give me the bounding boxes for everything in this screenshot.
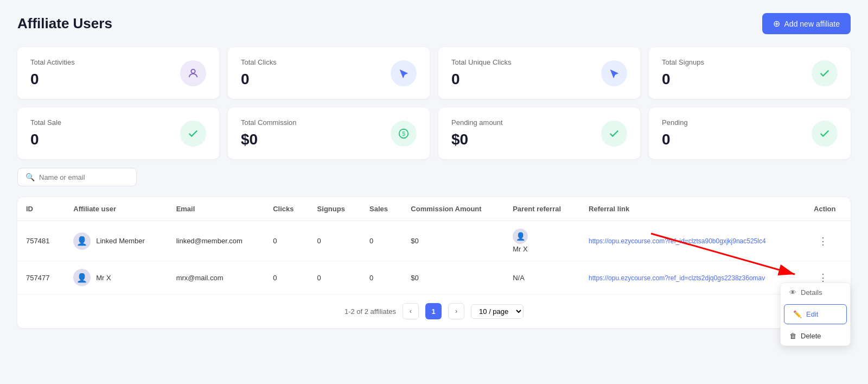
prev-page-button[interactable]: ‹ xyxy=(403,303,419,319)
stat-value: 0 xyxy=(30,71,75,88)
stat-card: Total Unique Clicks 0 xyxy=(438,47,640,99)
pagination-row: 1-2 of 2 affiliates ‹ 1 › 10 / page 25 /… xyxy=(17,294,851,328)
table-header-cell: Signups xyxy=(309,197,361,221)
referral-link-text: https://opu.ezycourse.com?ref_id=clzts2d… xyxy=(589,274,765,282)
stat-label: Total Unique Clicks xyxy=(451,58,512,66)
page-title: Affiliate Users xyxy=(17,15,112,32)
stat-value: 0 xyxy=(662,71,704,88)
cell-referral-link: https://opu.ezycourse.com?ref_id=clztsa9… xyxy=(580,221,805,261)
cell-action: ⋮ xyxy=(805,221,851,261)
cell-commission: $0 xyxy=(402,261,504,294)
table-header-cell: Affiliate user xyxy=(65,197,167,221)
table-header-cell: Clicks xyxy=(264,197,308,221)
stat-info: Total Signups 0 xyxy=(662,58,704,88)
stat-info: Total Sale 0 xyxy=(30,118,61,148)
table-row: 757477 👤 Mr X mrx@mail.com 0 0 0 $0 N/A … xyxy=(17,261,851,294)
stat-card: Total Signups 0 xyxy=(649,47,851,99)
table-header-cell: Commission Amount xyxy=(402,197,504,221)
search-wrap: 🔍 xyxy=(17,168,137,186)
stat-icon xyxy=(391,60,417,86)
context-menu: 👁 Details ✏️ Edit 🗑 Delete xyxy=(780,282,851,346)
context-menu-edit[interactable]: ✏️ Edit xyxy=(784,304,847,324)
search-icon: 🔍 xyxy=(25,173,35,181)
stat-info: Total Clicks 0 xyxy=(241,58,277,88)
stat-value: 0 xyxy=(30,131,61,148)
table-header-cell: Sales xyxy=(361,197,402,221)
edit-icon: ✏️ xyxy=(793,310,802,318)
cell-affiliate: 👤 Linked Member xyxy=(65,221,167,261)
stat-label: Total Activities xyxy=(30,58,75,66)
stat-icon xyxy=(812,121,838,147)
search-row: 🔍 xyxy=(17,168,851,186)
svg-text:$: $ xyxy=(402,130,405,136)
stat-info: Pending 0 xyxy=(662,118,688,148)
stat-info: Total Commission $0 xyxy=(241,118,297,148)
next-page-button[interactable]: › xyxy=(448,303,464,319)
cell-sales: 0 xyxy=(361,221,402,261)
stat-value: 0 xyxy=(451,71,512,88)
page-1-button[interactable]: 1 xyxy=(425,303,442,319)
cell-signups: 0 xyxy=(309,221,361,261)
context-menu-delete[interactable]: 🗑 Delete xyxy=(781,326,850,345)
plus-icon: ⊕ xyxy=(773,18,780,29)
stat-value: 0 xyxy=(662,131,688,148)
cell-referral-link: https://opu.ezycourse.com?ref_id=clzts2d… xyxy=(580,261,805,294)
table-body: 757481 👤 Linked Member linked@member.com… xyxy=(17,221,851,294)
cell-email: mrx@mail.com xyxy=(168,261,265,294)
affiliate-table-container: IDAffiliate userEmailClicksSignupsSalesC… xyxy=(17,197,851,328)
table-row: 757481 👤 Linked Member linked@member.com… xyxy=(17,221,851,261)
referral-link-text: https://opu.ezycourse.com?ref_id=clztsa9… xyxy=(589,237,766,245)
cell-clicks: 0 xyxy=(264,261,308,294)
stat-value: 0 xyxy=(241,71,277,88)
stat-label: Total Signups xyxy=(662,58,704,66)
cell-id: 757477 xyxy=(17,261,65,294)
stat-card: Total Clicks 0 xyxy=(228,47,430,99)
stat-card: Total Commission $0 $ xyxy=(228,108,430,159)
stats-row-1: Total Activities 0 Total Clicks 0 Total … xyxy=(17,47,851,99)
action-menu-button[interactable]: ⋮ xyxy=(814,233,832,249)
stat-info: Total Unique Clicks 0 xyxy=(451,58,512,88)
search-input[interactable] xyxy=(39,173,129,181)
cell-signups: 0 xyxy=(309,261,361,294)
page-header: Affiliate Users ⊕ Add new affiliate xyxy=(17,13,851,34)
stat-card: Total Sale 0 xyxy=(17,108,219,159)
stat-info: Pending amount $0 xyxy=(451,118,503,148)
table-header-cell: Email xyxy=(168,197,265,221)
stats-row-2: Total Sale 0 Total Commission $0 $ Pendi… xyxy=(17,108,851,159)
stat-info: Total Activities 0 xyxy=(30,58,75,88)
per-page-select[interactable]: 10 / page 25 / page 50 / page xyxy=(471,304,524,319)
stat-label: Total Sale xyxy=(30,118,61,127)
parent-avatar: 👤 xyxy=(513,229,528,244)
context-menu-details[interactable]: 👁 Details xyxy=(781,283,850,302)
table-header-cell: Action xyxy=(805,197,851,221)
stat-value: $0 xyxy=(241,131,297,148)
stat-label: Total Clicks xyxy=(241,58,277,66)
cell-sales: 0 xyxy=(361,261,402,294)
stat-label: Pending xyxy=(662,118,688,127)
cell-id: 757481 xyxy=(17,221,65,261)
stat-card: Pending 0 xyxy=(649,108,851,159)
table-header-cell: Parent referral xyxy=(504,197,580,221)
affiliate-name: Mr X xyxy=(96,274,111,282)
table-header-cell: ID xyxy=(17,197,65,221)
stat-label: Pending amount xyxy=(451,118,503,127)
cell-affiliate: 👤 Mr X xyxy=(65,261,167,294)
affiliate-name: Linked Member xyxy=(96,237,145,245)
stat-icon xyxy=(601,60,627,86)
avatar: 👤 xyxy=(73,232,91,250)
stat-icon xyxy=(601,121,627,147)
parent-cell: 👤 Mr X xyxy=(513,229,571,253)
avatar: 👤 xyxy=(73,269,91,286)
pagination-info: 1-2 of 2 affiliates xyxy=(344,307,396,316)
svg-point-0 xyxy=(191,69,195,73)
affiliate-table: IDAffiliate userEmailClicksSignupsSalesC… xyxy=(17,197,851,294)
stat-value: $0 xyxy=(451,131,503,148)
cell-clicks: 0 xyxy=(264,221,308,261)
stat-card: Pending amount $0 xyxy=(438,108,640,159)
cell-email: linked@member.com xyxy=(168,221,265,261)
table-header: IDAffiliate userEmailClicksSignupsSalesC… xyxy=(17,197,851,221)
stat-icon xyxy=(180,60,206,86)
add-affiliate-button[interactable]: ⊕ Add new affiliate xyxy=(762,13,851,34)
stat-icon xyxy=(812,60,838,86)
stat-icon: $ xyxy=(391,121,417,147)
